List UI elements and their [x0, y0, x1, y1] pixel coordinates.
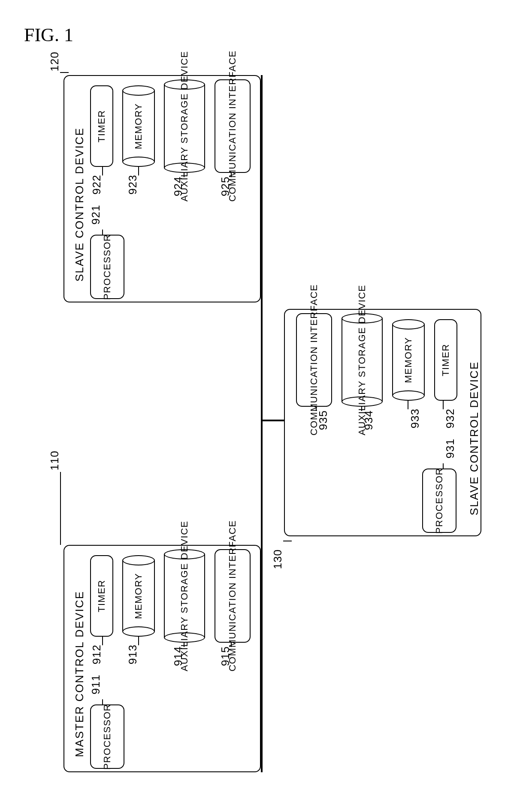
slave1-ref: 120	[48, 51, 61, 71]
slave1-processor-ref: 921	[89, 205, 103, 224]
slave2-timer-lead	[443, 401, 444, 409]
master-ref: 110	[48, 450, 61, 470]
slave1-ref-lead	[60, 72, 69, 73]
slave1-memory-lead	[138, 167, 139, 175]
slave1-memory-label: MEMORY	[133, 103, 145, 149]
slave1-timer: TIMER	[90, 85, 113, 167]
slave2-memory-lead	[408, 401, 408, 409]
slave2-processor-ref: 931	[444, 438, 457, 458]
slave1-memory: MEMORY	[122, 85, 155, 167]
slave2-timer: TIMER	[434, 319, 457, 401]
master-processor-label: PROCESSOR	[101, 704, 114, 770]
master-processor: PROCESSOR	[90, 704, 124, 769]
slave2-processor: PROCESSOR	[422, 469, 456, 533]
slave2-aux-label: AUXILIARY STORAGE DEVICE	[356, 284, 369, 435]
slave2-timer-ref: 932	[444, 408, 457, 428]
master-comm-ref: 915	[219, 646, 232, 666]
figure-page: FIG. 1 COMMUNICATION BUS 940 MASTER CONT…	[0, 0, 532, 801]
slave2-comm: COMMUNICATION INTERFACE	[296, 313, 332, 407]
device-slave-2: SLAVE CONTROL DEVICE PROCESSOR 931 TIMER…	[284, 309, 481, 536]
slave1-comm-ref: 925	[219, 176, 232, 196]
bus-segment-branch	[261, 420, 285, 421]
master-timer-ref: 912	[90, 644, 103, 664]
bus-segment-left	[261, 75, 263, 772]
slave2-ref-lead	[283, 541, 292, 541]
device-slave-1: SLAVE CONTROL DEVICE PROCESSOR 921 TIMER…	[63, 75, 261, 302]
slave2-memory-ref: 933	[408, 408, 422, 428]
master-aux-label: AUXILIARY STORAGE DEVICE	[178, 520, 191, 671]
slave2-ref: 130	[271, 549, 284, 569]
master-memory: MEMORY	[122, 555, 155, 637]
master-ref-lead	[60, 472, 61, 545]
master-comm-lead	[231, 643, 232, 647]
slave1-comm-lead	[231, 173, 232, 177]
slave1-timer-lead	[102, 167, 103, 175]
slave2-memory-label: MEMORY	[402, 337, 415, 383]
slave2-memory: MEMORY	[392, 319, 425, 401]
slave1-processor-lead	[102, 230, 103, 236]
device-slave-1-title: SLAVE CONTROL DEVICE	[73, 127, 86, 281]
master-aux: AUXILIARY STORAGE DEVICE	[164, 549, 205, 643]
slave1-aux: AUXILIARY STORAGE DEVICE	[164, 79, 205, 173]
master-memory-lead	[138, 637, 139, 645]
master-memory-label: MEMORY	[133, 573, 145, 619]
master-processor-lead	[102, 699, 103, 705]
slave2-comm-ref: 935	[317, 410, 330, 430]
master-timer: TIMER	[90, 555, 113, 637]
master-timer-label: TIMER	[96, 580, 108, 612]
slave2-processor-label: PROCESSOR	[433, 468, 446, 534]
slave2-timer-label: TIMER	[440, 344, 452, 376]
slave1-processor-label: PROCESSOR	[101, 234, 114, 300]
slave1-aux-label: AUXILIARY STORAGE DEVICE	[178, 51, 191, 201]
device-master-title: MASTER CONTROL DEVICE	[73, 591, 86, 757]
master-processor-ref: 911	[89, 674, 103, 694]
slave1-memory-ref: 923	[126, 175, 139, 194]
slave1-processor: PROCESSOR	[90, 235, 124, 299]
figure-label: FIG. 1	[24, 24, 73, 46]
slave1-timer-ref: 922	[90, 175, 103, 194]
slave2-aux: AUXILIARY STORAGE DEVICE	[342, 313, 383, 407]
slave2-comm-lead	[316, 407, 317, 411]
slave2-processor-lead	[443, 463, 444, 469]
slave1-comm: COMMUNICATION INTERFACE	[215, 79, 251, 173]
master-memory-ref: 913	[126, 644, 139, 664]
slave1-timer-label: TIMER	[96, 110, 108, 142]
device-slave-2-title: SLAVE CONTROL DEVICE	[468, 361, 481, 515]
master-timer-lead	[102, 637, 103, 645]
master-comm: COMMUNICATION INTERFACE	[215, 549, 251, 643]
device-master: MASTER CONTROL DEVICE PROCESSOR 911 TIME…	[63, 545, 261, 772]
